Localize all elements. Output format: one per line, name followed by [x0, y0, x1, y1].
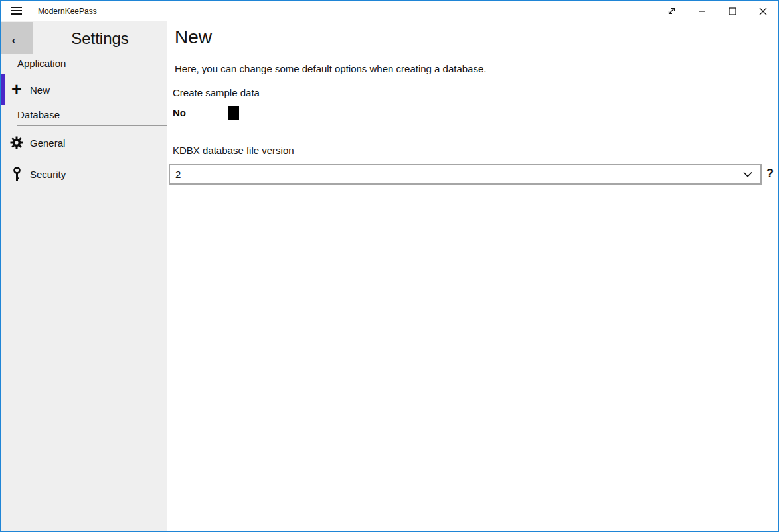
sidebar-title: Settings — [33, 22, 167, 54]
toggle-knob[interactable] — [228, 106, 239, 120]
maximize-button[interactable] — [717, 1, 748, 21]
settings-sidebar: ← Settings Application + New Database — [1, 21, 167, 531]
toggle-track — [237, 106, 260, 120]
sidebar-item-label: New — [30, 84, 50, 96]
sidebar-item-label: General — [30, 137, 65, 149]
gear-icon — [7, 136, 26, 149]
sidebar-item-new[interactable]: + New — [1, 74, 167, 105]
kdbx-version-label: KDBX database file version — [173, 145, 294, 156]
app-window: ModernKeePass — [0, 0, 779, 532]
selected-accent-bar — [1, 74, 5, 105]
toggle-state-label: No — [173, 107, 186, 118]
sidebar-item-security[interactable]: Security — [1, 159, 167, 189]
chevron-down-icon — [743, 171, 752, 177]
window-controls — [656, 1, 778, 21]
fullscreen-button[interactable] — [656, 1, 687, 21]
back-arrow-icon: ← — [8, 28, 26, 48]
minimize-icon — [698, 7, 706, 15]
create-sample-data-toggle[interactable] — [228, 106, 260, 120]
key-icon — [7, 167, 26, 182]
minimize-button[interactable] — [687, 1, 717, 21]
plus-icon: + — [7, 83, 26, 96]
hamburger-menu-icon[interactable] — [11, 7, 22, 15]
app-title: ModernKeePass — [38, 7, 97, 16]
section-header-database: Database — [17, 109, 167, 126]
fullscreen-icon — [667, 6, 677, 16]
settings-page-new: New Here, you can change some default op… — [167, 21, 778, 531]
create-sample-data-label: Create sample data — [173, 87, 260, 98]
sidebar-item-label: Security — [30, 169, 66, 180]
page-description: Here, you can change some default option… — [175, 63, 486, 74]
kdbx-version-help-button[interactable]: ? — [766, 167, 774, 181]
kdbx-version-combobox[interactable]: 2 — [169, 164, 762, 185]
close-icon — [759, 7, 767, 15]
sidebar-item-general[interactable]: General — [1, 128, 167, 158]
combobox-selected-value: 2 — [175, 169, 743, 180]
title-bar: ModernKeePass — [1, 1, 778, 21]
maximize-icon — [729, 7, 736, 15]
section-header-application: Application — [17, 58, 167, 74]
back-button[interactable]: ← — [1, 22, 33, 54]
page-title: New — [175, 27, 212, 48]
close-button[interactable] — [748, 1, 778, 21]
